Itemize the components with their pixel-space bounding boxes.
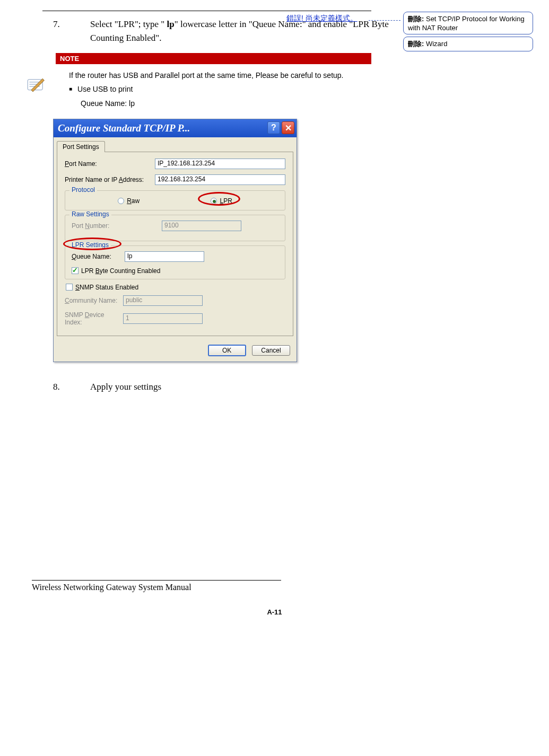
queue-input[interactable]: lp (125, 251, 204, 262)
cancel-button[interactable]: Cancel (252, 345, 290, 356)
header-rule (42, 11, 371, 11)
note-bullet-usb: Use USB to print (69, 82, 387, 96)
note-pencil-icon (27, 77, 45, 92)
portnum-label: Port Number: (72, 222, 162, 230)
tab-port-settings[interactable]: Port Settings (57, 141, 105, 152)
raw-settings-group: Raw Settings Port Number: 9100 (65, 215, 285, 241)
portname-label: Port Name: (65, 160, 155, 168)
step-8-text: Apply your settings (90, 380, 161, 394)
lpr-legend: LPR Settings (69, 241, 111, 249)
tcpip-port-dialog: Configure Standard TCP/IP P... ? ✕ Port … (53, 119, 297, 362)
help-button[interactable]: ? (267, 121, 280, 134)
balloon-1-label: 刪除: (408, 15, 424, 23)
community-label: Community Name: (65, 297, 123, 304)
close-button[interactable]: ✕ (282, 121, 294, 134)
step-7-pre: Select "LPR"; type " (90, 19, 167, 29)
footer-title: Wireless Networking Gateway System Manua… (32, 583, 517, 592)
radio-lpr[interactable]: LPR (211, 197, 232, 205)
protocol-legend: Protocol (69, 186, 97, 194)
radio-raw[interactable]: Raw (118, 197, 140, 205)
revision-balloons: 刪除: Set TCP/IP Protocol for Working with… (403, 12, 533, 54)
note-bullet-text: Use USB to print (77, 85, 133, 93)
community-input: public (123, 295, 203, 306)
note-heading: NOTE (56, 53, 371, 64)
page-number: A-11 (32, 608, 517, 616)
protocol-group: Protocol Raw LPR (65, 190, 285, 210)
balloon-connector (369, 20, 400, 21)
lpr-settings-group: LPR Settings Queue Name: lp LPR Byte Cou… (65, 245, 285, 279)
balloon-2-text: Wizard (424, 40, 447, 48)
snmp-checkbox[interactable]: SNMP Status Enabled (66, 284, 285, 291)
step-7-number: 7. (53, 17, 90, 46)
snmp-index-label: SNMP Device Index: (65, 311, 123, 326)
ok-button[interactable]: OK (208, 345, 246, 356)
tab-strip: Port Settings (54, 137, 297, 152)
lpr-byte-checkbox[interactable]: LPR Byte Counting Enabled (72, 267, 278, 275)
tab-pane: Port Name: IP_192.168.123.254 Printer Na… (57, 152, 293, 336)
balloon-deleted-2: 刪除: Wizard (403, 37, 533, 51)
dialog-button-row: OK Cancel (54, 339, 297, 362)
queue-label: Queue Name: (72, 253, 125, 260)
printer-input[interactable]: 192.168.123.254 (155, 174, 285, 185)
printer-label: Printer Name or IP Address: (65, 176, 155, 183)
footer: Wireless Networking Gateway System Manua… (32, 580, 517, 616)
note-line-1: If the router has USB and Parallel port … (69, 68, 387, 83)
snmp-index-input: 1 (123, 313, 203, 324)
raw-legend: Raw Settings (69, 210, 111, 218)
step-8: 8. Apply your settings (53, 380, 393, 394)
note-sub-queue: Queue Name: lp (81, 96, 387, 111)
header-error-text: 錯誤! 尚未定義樣式。 (286, 14, 358, 23)
footer-rule (32, 580, 281, 581)
dialog-title: Configure Standard TCP/IP P... (58, 122, 190, 134)
portname-input[interactable]: IP_192.168.123.254 (155, 159, 285, 169)
balloon-deleted-1: 刪除: Set TCP/IP Protocol for Working with… (403, 12, 533, 34)
dialog-titlebar: Configure Standard TCP/IP P... ? ✕ (54, 119, 297, 137)
balloon-2-label: 刪除: (408, 40, 424, 48)
checkbox-icon (66, 284, 73, 291)
note-block: NOTE If the router has USB and Parallel … (53, 53, 393, 111)
portnum-input: 9100 (162, 221, 241, 231)
checkbox-icon (72, 267, 79, 274)
step-8-number: 8. (53, 380, 90, 394)
step-7-bold: lp (167, 19, 175, 29)
balloon-1-text: Set TCP/IP Protocol for Working with NAT… (408, 15, 525, 32)
